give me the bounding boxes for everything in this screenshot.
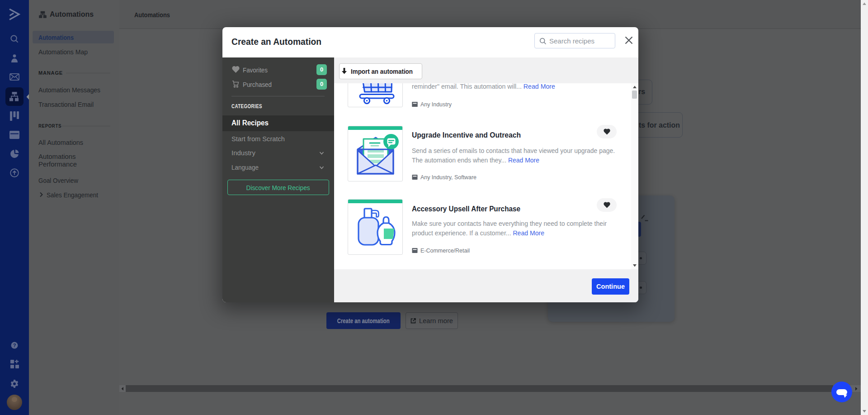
svg-text:?: ? (13, 343, 16, 348)
